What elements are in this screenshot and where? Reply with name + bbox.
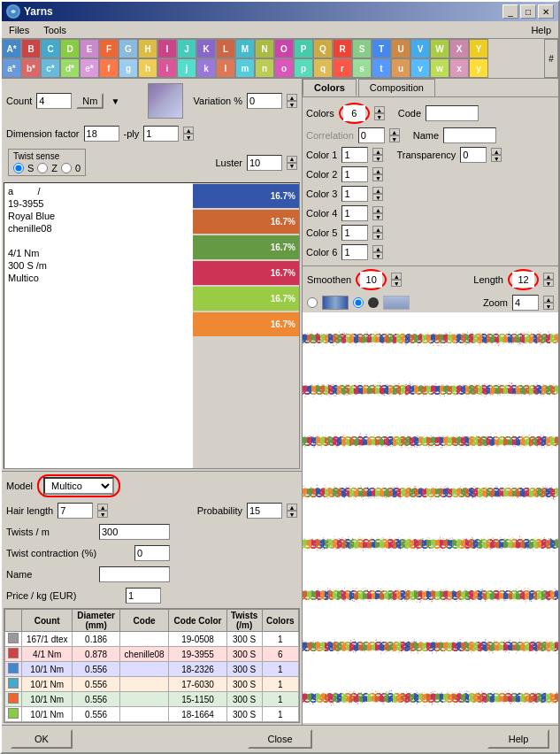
alpha-cell-g-row1[interactable]: G: [119, 39, 138, 58]
alpha-cell-t-row2[interactable]: t: [372, 58, 391, 78]
color3-input[interactable]: [341, 186, 368, 202]
zoom-input[interactable]: [512, 295, 539, 311]
list-item[interactable]: a /: [6, 185, 191, 197]
alpha-cell-y-row1[interactable]: Y: [469, 39, 488, 58]
alpha-cell-d-row1[interactable]: D: [60, 39, 80, 58]
nm-button[interactable]: Nm: [76, 93, 104, 109]
name-input[interactable]: [99, 566, 170, 582]
ply-spinner[interactable]: ▲ ▼: [183, 127, 194, 141]
alpha-cell-s-row1[interactable]: S: [352, 39, 372, 58]
menu-tools[interactable]: Tools: [41, 24, 69, 36]
color6-up[interactable]: ▲: [372, 245, 383, 252]
color3-spinner[interactable]: ▲ ▼: [372, 187, 383, 201]
length-down[interactable]: ▼: [543, 280, 554, 287]
alpha-cell-h-row1[interactable]: H: [138, 39, 157, 58]
transparency-spinner[interactable]: ▲ ▼: [491, 148, 502, 162]
table-row[interactable]: 10/1 Nm0.55618-1664300 S1: [5, 707, 299, 722]
alpha-cell-b*-row2[interactable]: b*: [21, 58, 41, 78]
list-item[interactable]: Royal Blue: [6, 210, 191, 222]
table-row[interactable]: 10/1 Nm0.55618-2326300 S1: [5, 662, 299, 677]
hair-spinner[interactable]: ▲ ▼: [97, 504, 108, 518]
alpha-cell-g-row2[interactable]: g: [119, 58, 138, 78]
color1-input[interactable]: [341, 147, 368, 163]
alpha-cell-o-row1[interactable]: O: [274, 39, 294, 58]
alpha-cell-v-row2[interactable]: v: [410, 58, 430, 78]
ply-down[interactable]: ▼: [183, 134, 194, 141]
close-button[interactable]: ✕: [538, 4, 554, 19]
alpha-cell-y-row2[interactable]: y: [469, 58, 488, 78]
color5-input[interactable]: [341, 225, 368, 241]
tab-composition[interactable]: Composition: [358, 79, 435, 96]
alpha-cell-i-row2[interactable]: i: [157, 58, 177, 78]
alpha-cell-k-row2[interactable]: k: [196, 58, 216, 78]
alpha-cell-j-row1[interactable]: J: [177, 39, 196, 58]
alpha-cell-m-row2[interactable]: m: [235, 58, 255, 78]
color2-spinner[interactable]: ▲ ▼: [372, 167, 383, 181]
alpha-cell-t-row1[interactable]: T: [372, 39, 391, 58]
alpha-cell-f-row2[interactable]: f: [99, 58, 119, 78]
alpha-cell-r-row2[interactable]: r: [333, 58, 352, 78]
alpha-cell-c-row1[interactable]: C: [41, 39, 60, 58]
menu-help[interactable]: Help: [528, 24, 554, 36]
list-item[interactable]: 4/1 Nm: [6, 247, 191, 259]
code-input[interactable]: [426, 105, 479, 121]
alpha-cell-r-row1[interactable]: R: [333, 39, 352, 58]
variation-down[interactable]: ▼: [287, 101, 297, 108]
smoothen-input[interactable]: [360, 272, 382, 288]
alpha-cell-v-row1[interactable]: V: [410, 39, 430, 58]
variation-input[interactable]: [247, 93, 282, 109]
transparency-up[interactable]: ▲: [491, 148, 502, 155]
alpha-cell-o-row2[interactable]: o: [274, 58, 294, 78]
list-item[interactable]: chenille08: [6, 222, 191, 235]
model-select[interactable]: Multico Simple Mixed: [43, 477, 114, 495]
preview-radio-1[interactable]: [307, 297, 318, 308]
alpha-cell-w-row2[interactable]: w: [430, 58, 449, 78]
alpha-cell-b-row1[interactable]: B: [21, 39, 41, 58]
alpha-cell-m-row1[interactable]: M: [235, 39, 255, 58]
luster-spinner[interactable]: ▲ ▼: [287, 156, 297, 170]
smoothen-spinner[interactable]: ▲ ▼: [391, 273, 402, 287]
length-spinner[interactable]: ▲ ▼: [543, 273, 554, 287]
table-row[interactable]: 4/1 Nm0.878chenille0819-3955300 S6: [5, 647, 299, 662]
correlation-spinner[interactable]: ▲ ▼: [389, 128, 400, 142]
color1-spinner[interactable]: ▲ ▼: [372, 148, 383, 162]
ply-up[interactable]: ▲: [183, 127, 194, 134]
luster-up[interactable]: ▲: [287, 156, 297, 163]
count-input[interactable]: [36, 93, 72, 109]
twist-0-radio[interactable]: [61, 163, 72, 173]
table-row[interactable]: 10/1 Nm0.55617-6030300 S1: [5, 677, 299, 692]
luster-down[interactable]: ▼: [287, 163, 297, 170]
twist-contraction-input[interactable]: [134, 545, 170, 561]
twist-z-radio[interactable]: [37, 163, 48, 173]
length-up[interactable]: ▲: [543, 273, 554, 280]
alpha-cell-a*-row2[interactable]: a*: [2, 58, 21, 78]
close-button-main[interactable]: Close: [248, 729, 311, 749]
alpha-cell-f-row1[interactable]: F: [99, 39, 119, 58]
colors-input[interactable]: [343, 105, 365, 121]
twist-s-radio[interactable]: [13, 163, 24, 173]
twists-input[interactable]: [99, 524, 170, 540]
alpha-cell-n-row1[interactable]: N: [255, 39, 274, 58]
color3-down[interactable]: ▼: [372, 194, 383, 201]
color5-down[interactable]: ▼: [372, 233, 383, 240]
alpha-cell-a*-row1[interactable]: A*: [2, 39, 21, 58]
table-row[interactable]: 167/1 dtex0.18619-0508300 S1: [5, 632, 299, 647]
color4-down[interactable]: ▼: [372, 213, 383, 220]
alpha-cell-x-row1[interactable]: X: [449, 39, 469, 58]
color2-input[interactable]: [341, 166, 368, 182]
alpha-cell-q-row2[interactable]: q: [313, 58, 333, 78]
probability-input[interactable]: [247, 503, 282, 519]
color2-down[interactable]: ▼: [372, 174, 383, 181]
maximize-button[interactable]: □: [520, 4, 536, 19]
alpha-cell-l-row1[interactable]: L: [216, 39, 235, 58]
correlation-down[interactable]: ▼: [389, 135, 400, 142]
alpha-cell-h-row2[interactable]: h: [138, 58, 157, 78]
name-right-input[interactable]: [443, 127, 496, 143]
correlation-up[interactable]: ▲: [389, 128, 400, 135]
colors-down[interactable]: ▼: [374, 113, 385, 120]
color4-spinner[interactable]: ▲ ▼: [372, 206, 383, 220]
transparency-input[interactable]: [460, 147, 487, 163]
alpha-cell-p-row1[interactable]: P: [294, 39, 313, 58]
alpha-cell-q-row1[interactable]: Q: [313, 39, 333, 58]
alpha-cell-w-row1[interactable]: W: [430, 39, 449, 58]
